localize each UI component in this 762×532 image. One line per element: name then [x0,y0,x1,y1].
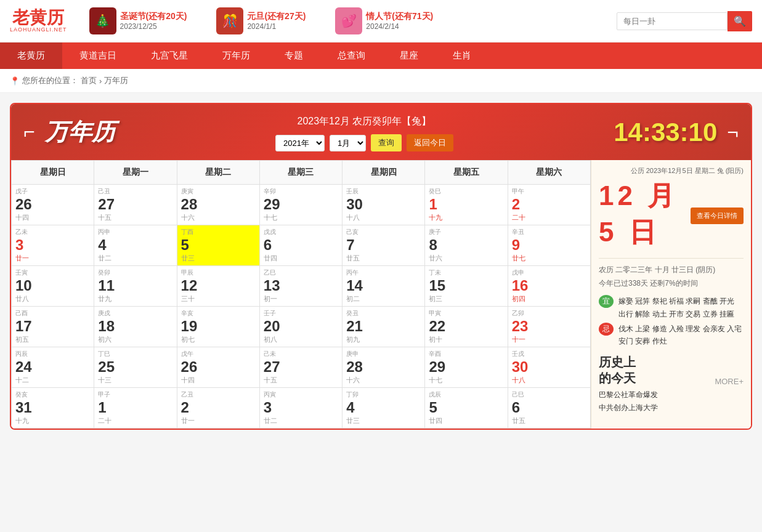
search-input[interactable] [617,12,728,30]
calendar-cell[interactable]: 辛亥19初七 [177,307,259,347]
calendar-row-3: 己酉17初五庚戌18初六辛亥19初七壬子20初八癸丑21初九甲寅22初十乙卯23… [12,307,591,347]
day-lunar: 廿一 [181,416,256,425]
weekday-sun: 星期日 [12,161,94,185]
day-lunar: 二十 [98,416,172,425]
calendar-cell[interactable]: 庚戌18初六 [94,307,177,347]
day-lunar: 廿六 [429,254,503,263]
today-detail-button[interactable]: 查看今日详情 [691,208,744,224]
day-number: 31 [15,399,90,416]
more-link[interactable]: MORE+ [715,377,744,386]
search-button[interactable]: 🔍 [728,11,752,31]
calendar-cell[interactable]: 壬寅10廿八 [12,266,94,307]
calendar-cell[interactable]: 乙巳13初一 [259,266,342,307]
ji-row: 忌 伐木 上梁 修造 入殓 理发 会亲友 入宅 安门 安葬 作灶 [599,323,744,348]
calendar-cell[interactable]: 丁酉5廿三 [177,225,259,266]
calendar-cell[interactable]: 丁卯4廿三 [342,388,425,429]
calendar-cell[interactable]: 甲午2二十 [508,185,590,225]
calendar-cell[interactable]: 癸亥31十九 [12,388,94,429]
calendar-cell[interactable]: 丁未15初三 [425,266,508,307]
day-lunar: 初五 [15,335,90,344]
ganzhi-text: 庚寅 [181,187,193,196]
calendar-cell[interactable]: 辛酉29十七 [425,347,508,388]
year-select[interactable]: 2021年 [275,135,325,151]
ganzhi-text: 庚申 [346,350,359,358]
calendar-cell[interactable]: 甲寅22初十 [425,307,508,347]
calendar-cell[interactable]: 庚寅28十六 [177,185,259,225]
calendar-cell[interactable]: 戊申16初四 [508,266,590,307]
ganzhi-text: 甲子 [98,390,110,399]
nav-xingzuo[interactable]: 星座 [383,42,436,69]
calendar-cell[interactable]: 甲子1二十 [94,388,177,429]
calendar-cell[interactable]: 乙未3廿一 [12,225,94,266]
day-number: 27 [264,358,338,376]
day-lunar: 廿三 [181,254,256,263]
main-nav: 老黄历 黄道吉日 九宫飞星 万年历 专题 总查询 星座 生肖 [0,42,762,69]
calendar-cell[interactable]: 癸丑21初九 [342,307,425,347]
nav-shengxiao[interactable]: 生肖 [436,42,488,69]
month-select[interactable]: 1月 [330,135,366,151]
calendar-cell[interactable]: 戊午26十四 [177,347,259,388]
calendar-cell[interactable]: 乙丑2廿一 [177,388,259,429]
day-number: 3 [15,236,90,254]
calendar-cell[interactable]: 戊辰5廿四 [425,388,508,429]
nav-zongchaxun[interactable]: 总查询 [320,42,383,69]
ganzhi-text: 辛卯 [264,187,276,196]
day-number: 26 [15,196,90,213]
day-lunar: 十四 [181,376,256,385]
day-number: 6 [512,399,586,416]
nav-zhuanti[interactable]: 专题 [267,42,320,69]
ganzhi-text: 壬寅 [15,268,28,277]
day-lunar: 初九 [346,335,421,344]
ganzhi-text: 戊子 [15,187,28,196]
nav-huangdao[interactable]: 黄道吉日 [62,42,134,69]
calendar-cell[interactable]: 丁巳25十三 [94,347,177,388]
today-button[interactable]: 返回今日 [407,134,453,151]
day-number: 14 [346,277,421,294]
day-lunar: 十二 [15,376,90,385]
calendar-cell[interactable]: 己丑27十五 [94,185,177,225]
day-number: 7 [346,236,421,254]
calendar-cell[interactable]: 己未27十五 [259,347,342,388]
calendar-cell[interactable]: 辛卯29十七 [259,185,342,225]
yi-text: 嫁娶 冠笄 祭祀 祈福 求嗣 斋醮 开光 出行 解除 动土 开市 交易 立券 挂… [618,295,744,320]
calendar-cell[interactable]: 戊子26十四 [12,185,94,225]
calendar-cell[interactable]: 壬辰30十八 [342,185,425,225]
calendar-cell[interactable]: 丙午14初二 [342,266,425,307]
calendar-cell[interactable]: 壬戌30十八 [508,347,590,388]
holiday-newyear: 🎊 元旦(还有27天) 2024/1/1 [209,5,313,37]
calendar-cell[interactable]: 甲辰12三十 [177,266,259,307]
day-lunar: 初八 [264,335,338,344]
breadcrumb-current: 万年历 [104,75,128,86]
day-number: 21 [346,318,421,335]
calendar-cell[interactable]: 戊戌6廿四 [259,225,342,266]
ganzhi-text: 辛亥 [181,309,193,318]
query-button[interactable]: 查询 [371,134,402,151]
calendar-cell[interactable]: 己酉17初五 [12,307,94,347]
nav-laohuangli[interactable]: 老黄历 [0,42,62,69]
ganzhi-text: 丁未 [429,268,441,277]
ny-name: 元旦(还有27天) [247,11,306,22]
calendar-cell[interactable]: 己亥7廿五 [342,225,425,266]
calendar-cell[interactable]: 乙卯23十一 [508,307,590,347]
calendar-cell[interactable]: 丙寅3廿二 [259,388,342,429]
calendar-cell[interactable]: 壬子20初八 [259,307,342,347]
nav-jiugong[interactable]: 九宫飞星 [134,42,205,69]
calendar-cell[interactable]: 辛丑9廿七 [508,225,590,266]
search-area: 🔍 [617,11,752,31]
logo-text: 老黄历 [12,9,64,26]
calendar-cell[interactable]: 庚子8廿六 [425,225,508,266]
day-number: 30 [346,196,421,213]
ganzhi-text: 癸巳 [429,187,441,196]
breadcrumb-home[interactable]: 首页 [81,75,97,86]
calendar-cell[interactable]: 癸巳1十九 [425,185,508,225]
calendar-cell[interactable]: 丙辰24十二 [12,347,94,388]
ganzhi-text: 己未 [264,350,276,358]
calendar-cell[interactable]: 庚申28十六 [342,347,425,388]
nav-wannian[interactable]: 万年历 [205,42,267,69]
calendar-cell[interactable]: 己巳6廿五 [508,388,590,429]
day-number: 19 [181,318,256,335]
calendar-cell[interactable]: 癸卯11廿九 [94,266,177,307]
day-number: 30 [512,358,586,376]
calendar-cell[interactable]: 丙申4廿二 [94,225,177,266]
ganzhi-text: 乙未 [15,228,28,236]
